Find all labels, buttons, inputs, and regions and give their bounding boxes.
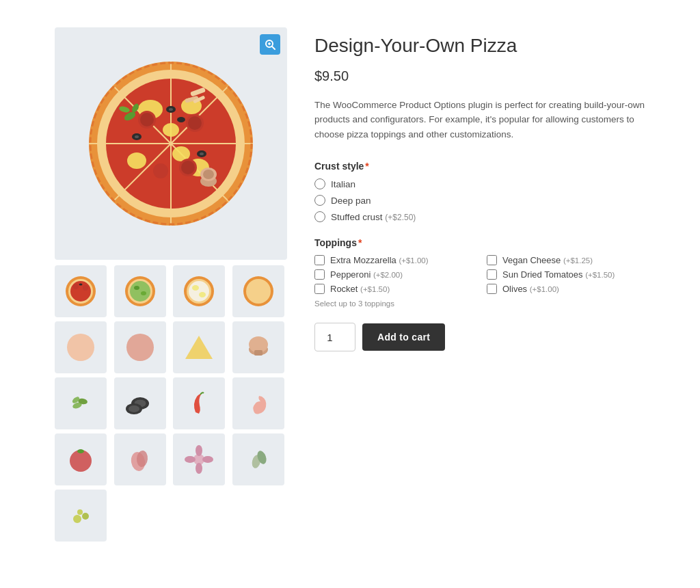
toppings-label: Toppings* <box>314 237 645 248</box>
topping-pepperoni[interactable]: Pepperoni (+$2.00) <box>314 269 473 280</box>
topping-olives[interactable]: Olives (+$1.00) <box>487 284 645 294</box>
product-title: Design-Your-Own Pizza <box>314 34 645 57</box>
topping-rocket-label[interactable]: Rocket (+$1.50) <box>330 284 390 294</box>
thumb-capers[interactable] <box>55 490 107 542</box>
crust-stuffed-radio[interactable] <box>314 211 325 222</box>
thumb-pizza[interactable] <box>55 265 107 317</box>
svg-marker-61 <box>185 336 213 359</box>
svg-point-79 <box>196 463 202 474</box>
crust-italian-label[interactable]: Italian <box>331 179 355 189</box>
svg-point-45 <box>83 285 88 291</box>
svg-point-30 <box>177 117 185 122</box>
svg-point-54 <box>189 281 209 302</box>
topping-vegan-cheese[interactable]: Vegan Cheese (+$1.25) <box>487 255 645 265</box>
thumb-olives[interactable] <box>114 377 166 429</box>
product-price: $9.50 <box>314 68 645 84</box>
toppings-group: Toppings* Extra Mozzarella (+$1.00) Pepp… <box>314 237 645 308</box>
toppings-grid: Extra Mozzarella (+$1.00) Pepperoni (+$2… <box>314 255 645 294</box>
left-column <box>55 27 287 542</box>
svg-point-23 <box>153 163 168 178</box>
product-description: The WooCommerce Product Options plugin i… <box>314 98 645 142</box>
crust-stuffed-option[interactable]: Stuffed crust (+$2.50) <box>314 211 645 222</box>
svg-point-25 <box>169 108 173 111</box>
crust-stuffed-price: (+$2.50) <box>385 213 416 222</box>
svg-point-84 <box>73 515 81 523</box>
svg-point-50 <box>134 286 139 290</box>
svg-point-49 <box>130 281 150 302</box>
svg-point-81 <box>202 456 213 463</box>
topping-rocket-checkbox[interactable] <box>314 284 325 294</box>
crust-deeppan-radio[interactable] <box>314 195 325 206</box>
crust-stuffed-label[interactable]: Stuffed crust (+$2.50) <box>331 212 416 222</box>
add-to-cart-row: Add to cart <box>314 323 645 351</box>
svg-point-20 <box>188 116 202 130</box>
svg-point-80 <box>185 456 196 463</box>
svg-point-86 <box>77 509 83 515</box>
svg-point-22 <box>181 161 195 174</box>
svg-point-36 <box>203 170 214 179</box>
topping-mozzarella[interactable]: Extra Mozzarella (+$1.00) <box>314 255 473 265</box>
svg-point-78 <box>196 445 202 456</box>
crust-required: * <box>365 161 368 172</box>
thumb-mushroom[interactable] <box>232 321 284 373</box>
svg-point-60 <box>126 334 154 361</box>
topping-sun-dried[interactable]: Sun Dried Tomatoes (+$1.50) <box>487 269 645 280</box>
thumb-veggie[interactable] <box>114 265 166 317</box>
svg-rect-64 <box>254 350 262 356</box>
thumb-mozzarella[interactable] <box>55 321 107 373</box>
zoom-icon[interactable] <box>260 34 280 55</box>
crust-deeppan-option[interactable]: Deep pan <box>314 195 645 206</box>
page-wrapper: Design-Your-Own Pizza $9.50 The WooComme… <box>0 0 700 569</box>
toppings-required: * <box>358 237 362 248</box>
thumbnail-grid <box>55 265 287 542</box>
crust-deeppan-label[interactable]: Deep pan <box>331 196 371 206</box>
svg-point-85 <box>82 513 89 520</box>
topping-vegan-cheese-checkbox[interactable] <box>487 255 497 265</box>
topping-sun-dried-checkbox[interactable] <box>487 269 497 280</box>
crust-label: Crust style* <box>314 161 645 172</box>
topping-pepperoni-label[interactable]: Pepperoni (+$2.00) <box>330 269 403 280</box>
thumb-plain-dough[interactable] <box>232 265 284 317</box>
toppings-left: Extra Mozzarella (+$1.00) Pepperoni (+$2… <box>314 255 473 294</box>
svg-point-15 <box>163 123 179 137</box>
thumb-white-pizza[interactable] <box>173 265 225 317</box>
thumb-shrimp[interactable] <box>232 377 284 429</box>
toppings-hint: Select up to 3 toppings <box>314 299 645 308</box>
topping-sun-dried-label[interactable]: Sun Dried Tomatoes (+$1.50) <box>502 269 615 280</box>
main-product-image <box>55 27 287 260</box>
add-to-cart-button[interactable]: Add to cart <box>362 323 445 351</box>
svg-point-71 <box>129 405 139 412</box>
svg-point-58 <box>246 279 271 304</box>
svg-point-44 <box>73 284 79 289</box>
thumb-tomato[interactable] <box>55 433 107 485</box>
thumb-ham[interactable] <box>114 321 166 373</box>
crust-italian-radio[interactable] <box>314 178 325 189</box>
svg-point-29 <box>135 135 139 138</box>
thumb-seed[interactable] <box>232 433 284 485</box>
pizza-illustration <box>82 55 260 232</box>
crust-italian-option[interactable]: Italian <box>314 178 645 189</box>
thumb-cheese-slice[interactable] <box>173 321 225 373</box>
svg-point-51 <box>141 291 146 295</box>
toppings-right: Vegan Cheese (+$1.25) Sun Dried Tomatoes… <box>487 255 645 294</box>
topping-mozzarella-checkbox[interactable] <box>314 255 325 265</box>
right-column: Design-Your-Own Pizza $9.50 The WooComme… <box>314 27 645 351</box>
crust-style-group: Crust style* Italian Deep pan Stuffed cr… <box>314 161 645 222</box>
topping-olives-checkbox[interactable] <box>487 284 497 294</box>
svg-point-13 <box>127 152 146 169</box>
svg-line-1 <box>272 46 275 49</box>
topping-pepperoni-checkbox[interactable] <box>314 269 325 280</box>
thumb-salami[interactable] <box>114 433 166 485</box>
thumb-rocket[interactable] <box>55 377 107 429</box>
topping-vegan-cheese-label[interactable]: Vegan Cheese (+$1.25) <box>502 255 593 265</box>
topping-rocket[interactable]: Rocket (+$1.50) <box>314 284 473 294</box>
topping-olives-label[interactable]: Olives (+$1.00) <box>502 284 559 294</box>
svg-point-18 <box>140 113 154 126</box>
topping-mozzarella-label[interactable]: Extra Mozzarella (+$1.00) <box>330 255 429 265</box>
quantity-input[interactable] <box>314 323 355 351</box>
thumb-flower[interactable] <box>173 433 225 485</box>
svg-point-27 <box>200 152 204 155</box>
thumb-chili[interactable] <box>173 377 225 429</box>
svg-point-55 <box>192 285 199 291</box>
svg-point-56 <box>199 292 206 297</box>
